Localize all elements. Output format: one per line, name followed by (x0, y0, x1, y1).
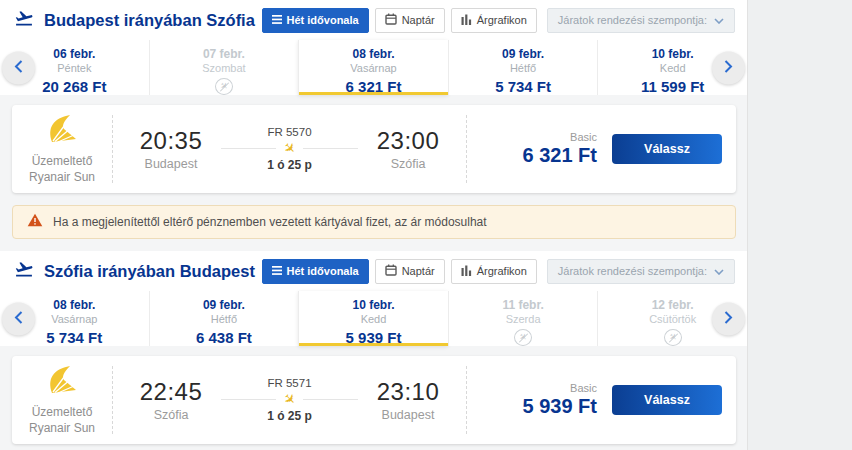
date-cell[interactable]: 07 febr. Szombat ✈ (149, 40, 299, 95)
week-timeline-label: Hét idővonala (287, 265, 359, 277)
day-label: Szerda (506, 313, 541, 325)
list-lines-icon (272, 265, 282, 277)
operator-block: Üzemeltető Ryanair Sun (12, 364, 112, 436)
carousel-next-button[interactable] (712, 51, 745, 84)
flight-duration: 1 ó 25 p (267, 158, 312, 172)
day-label: Kedd (660, 62, 686, 74)
ryanair-harp-logo (45, 364, 79, 400)
date-label: 09 febr. (203, 298, 245, 312)
sort-dropdown[interactable]: Járatok rendezési szempontja: (547, 259, 735, 284)
date-label: 08 febr. (53, 298, 95, 312)
date-price: 5 734 Ft (495, 78, 551, 95)
date-price: 6 321 Ft (346, 78, 402, 95)
chevron-left-icon (14, 59, 23, 76)
week-timeline-label: Hét idővonala (287, 14, 359, 26)
week-timeline-button[interactable]: Hét idővonala (262, 259, 369, 284)
section-title: Szófia irányában Budapest (44, 262, 255, 281)
chevron-right-icon (724, 310, 733, 327)
no-flight-icon: ✈ (514, 329, 532, 346)
calendar-button[interactable]: Naptár (375, 8, 445, 33)
warning-text: Ha a megjelenítettől eltérő pénznemben v… (53, 215, 487, 229)
day-label: Hétfő (211, 313, 237, 325)
fare-block: Basic 6 321 Ft (467, 131, 597, 167)
currency-warning: Ha a megjelenítettől eltérő pénznemben v… (12, 205, 736, 239)
results-column: Budapest irányában Szófia Hét idővonala … (0, 0, 748, 450)
operator-name: Ryanair Sun (29, 420, 95, 436)
week-timeline-button[interactable]: Hét idővonala (262, 8, 369, 33)
chevron-left-icon (14, 310, 23, 327)
date-cell[interactable]: 09 febr. Hétfő 6 438 Ft ✈ (149, 291, 299, 346)
date-label: 07 febr. (203, 47, 245, 61)
flight-duration: 1 ó 25 p (267, 409, 312, 423)
date-label: 11 febr. (502, 298, 543, 312)
select-button[interactable]: Válassz (612, 385, 722, 415)
date-price: 5 734 Ft (46, 329, 102, 346)
day-label: Csütörtök (649, 313, 696, 325)
flight-number: FR 5570 (267, 126, 311, 138)
plane-takeoff-icon (14, 259, 34, 283)
fare-block: Basic 5 939 Ft (467, 382, 597, 418)
bar-chart-icon (461, 265, 472, 278)
operator-label: Üzemeltető (32, 404, 93, 420)
return-date-carousel: 08 febr. Vasárnap 5 734 Ft ✈ 09 febr. Hé… (0, 291, 747, 346)
calendar-label: Naptár (402, 14, 435, 26)
chevron-right-icon (724, 59, 733, 76)
date-label: 06 febr. (53, 47, 95, 61)
flight-results-page: Budapest irányában Szófia Hét idővonala … (0, 0, 852, 450)
date-label: 12 febr. (652, 298, 694, 312)
date-cell[interactable]: 11 febr. Szerda ✈ (448, 291, 598, 346)
no-flight-icon: ✈ (215, 78, 233, 95)
return-header: Szófia irányában Budapest Hét idővonala … (0, 251, 747, 291)
outbound-header: Budapest irányában Szófia Hét idővonala … (0, 0, 747, 40)
list-lines-icon (272, 14, 282, 26)
calendar-icon (385, 13, 397, 27)
fare-name: Basic (467, 382, 597, 394)
route-line (221, 399, 276, 400)
outbound-date-carousel: 06 febr. Péntek 20 268 Ft ✈ 07 febr. Szo… (0, 40, 747, 95)
price-graph-label: Árgrafikon (477, 265, 527, 277)
date-price: 20 268 Ft (42, 78, 106, 95)
date-cell-selected[interactable]: 08 febr. Vasárnap 6 321 Ft ✈ (298, 40, 448, 95)
outbound-title-group: Budapest irányában Szófia (14, 8, 255, 32)
departure-block: 20:35 Budapest (129, 127, 213, 171)
outbound-flight-card: Üzemeltető Ryanair Sun 20:35 Budapest FR… (12, 105, 736, 193)
plane-takeoff-icon (14, 8, 34, 32)
price-graph-label: Árgrafikon (477, 14, 527, 26)
date-price: 6 438 Ft (196, 329, 252, 346)
outbound-section: Budapest irányában Szófia Hét idővonala … (0, 0, 747, 193)
return-flight-card: Üzemeltető Ryanair Sun 22:45 Szófia FR 5… (12, 356, 736, 444)
plane-icon: ✈ (280, 390, 298, 408)
carousel-prev-button[interactable] (2, 51, 35, 84)
flight-line: ✈ (221, 392, 358, 406)
day-label: Hétfő (510, 62, 536, 74)
calendar-icon (385, 264, 397, 278)
price-graph-button[interactable]: Árgrafikon (451, 8, 537, 33)
section-title: Budapest irányában Szófia (44, 11, 255, 30)
flight-number: FR 5571 (267, 377, 311, 389)
sort-dropdown[interactable]: Járatok rendezési szempontja: (547, 8, 735, 33)
operator-block: Üzemeltető Ryanair Sun (12, 113, 112, 185)
day-label: Szombat (202, 62, 245, 74)
carousel-prev-button[interactable] (2, 302, 35, 335)
chevron-down-icon (714, 265, 724, 277)
date-cell[interactable]: 09 febr. Hétfő 5 734 Ft ✈ (448, 40, 598, 95)
arrival-time: 23:00 (377, 127, 440, 155)
return-section: Szófia irányában Budapest Hét idővonala … (0, 251, 747, 444)
day-label: Kedd (361, 313, 387, 325)
flight-line: ✈ (221, 141, 358, 155)
route-line (303, 148, 358, 149)
departure-city: Budapest (145, 157, 198, 171)
no-flight-icon: ✈ (664, 329, 682, 346)
carousel-next-button[interactable] (712, 302, 745, 335)
date-cell-selected[interactable]: 10 febr. Kedd 5 939 Ft ✈ (298, 291, 448, 346)
departure-block: 22:45 Szófia (129, 378, 213, 422)
calendar-button[interactable]: Naptár (375, 259, 445, 284)
date-label: 08 febr. (352, 47, 394, 61)
price-graph-button[interactable]: Árgrafikon (451, 259, 537, 284)
select-button[interactable]: Válassz (612, 134, 722, 164)
arrival-time: 23:10 (377, 378, 440, 406)
day-label: Vasárnap (350, 62, 396, 74)
departure-city: Szófia (154, 408, 189, 422)
chevron-down-icon (714, 14, 724, 26)
date-price: 5 939 Ft (346, 329, 402, 346)
